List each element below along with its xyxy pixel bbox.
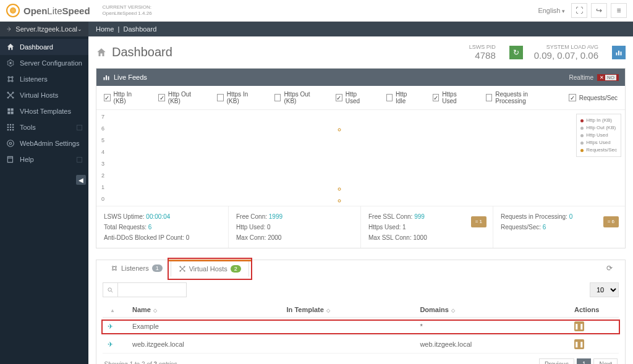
- sidebar: Dashboard Server Configuration Listeners…: [0, 36, 88, 364]
- brand: OpenLiteSpeed: [23, 6, 90, 16]
- page-next[interactable]: Next: [593, 358, 618, 364]
- stat-load: SYSTEM LOAD AVG 0.09, 0.07, 0.06: [534, 44, 598, 61]
- topbar: OpenLiteSpeed CURRENT VERSION: OpenLiteS…: [0, 0, 633, 22]
- svg-rect-10: [7, 108, 10, 111]
- svg-point-33: [113, 269, 114, 271]
- svg-rect-21: [10, 129, 11, 130]
- table-info: Showing 1 to 2 of 2 entries: [104, 361, 177, 364]
- svg-point-35: [182, 268, 183, 269]
- restart-icon[interactable]: ↻: [509, 46, 523, 59]
- menu-button[interactable]: ≡: [611, 3, 627, 18]
- cursor-icon: ✈: [108, 323, 113, 330]
- tab-listeners[interactable]: Listeners1: [103, 260, 171, 276]
- logout-button[interactable]: ↪: [591, 3, 607, 18]
- pause-button[interactable]: ❚❚: [574, 339, 584, 349]
- page-title: Dashboard: [96, 45, 172, 59]
- chart: 76543210 Http In (KB)Http Out (KB)Http U…: [96, 110, 625, 206]
- cursor-icon: ✈: [108, 341, 113, 348]
- svg-point-2: [12, 77, 13, 78]
- sidebar-item-server-config[interactable]: Server Configuration: [0, 55, 88, 71]
- svg-point-32: [116, 266, 117, 268]
- svg-point-40: [108, 287, 112, 291]
- chart-legend: Http In (KB)Http Out (KB)Http UsedHttps …: [576, 114, 621, 157]
- main-content: Dashboard LSWS PID 4788 ↻ SYSTEM LOAD AV…: [88, 36, 633, 364]
- svg-rect-29: [106, 75, 107, 80]
- live-feeds-panel: Live Feeds Realtime ✕NO ✓Http In (KB)✓Ht…: [96, 68, 626, 248]
- svg-rect-25: [616, 53, 618, 56]
- stats-req: Requests in Processing: 0 Requests/Sec: …: [493, 206, 625, 248]
- badge: = 6: [603, 216, 619, 227]
- series-toggle[interactable]: ✓Https Used: [433, 91, 469, 104]
- breadcrumb-home[interactable]: Home: [96, 25, 114, 33]
- sidebar-item-tools[interactable]: Tools: [0, 119, 88, 135]
- sidebar-item-listeners[interactable]: Listeners: [0, 71, 88, 87]
- language-selector[interactable]: English: [538, 7, 565, 14]
- version: CURRENT VERSION: OpenLiteSpeed 1.4.26: [103, 4, 152, 16]
- svg-rect-18: [10, 127, 11, 128]
- svg-rect-28: [104, 77, 105, 80]
- svg-rect-15: [10, 124, 11, 125]
- expand-icon: [77, 125, 82, 130]
- sidebar-item-virtual-hosts[interactable]: Virtual Hosts: [0, 87, 88, 103]
- series-toggle[interactable]: ✓Requests/Sec: [569, 91, 618, 104]
- page-prev[interactable]: Previous: [539, 358, 574, 364]
- stats-uptime: LSWS Uptime: 00:00:04 Total Requests: 6 …: [96, 206, 229, 248]
- series-toggle[interactable]: ✓Http In (KB): [104, 91, 141, 104]
- search-icon: [103, 283, 118, 297]
- vhosts-table: ▲ Name◇ In Template◇ Domains◇ Actions ✈E…: [103, 302, 619, 353]
- svg-rect-13: [11, 112, 14, 114]
- svg-rect-27: [621, 51, 622, 55]
- vhosts-panel: Listeners1 Virtual Hosts2 ⟳: [96, 260, 626, 364]
- svg-rect-22: [12, 129, 14, 130]
- svg-rect-30: [108, 77, 109, 80]
- stat-pid: LSWS PID 4788: [469, 44, 496, 61]
- sidebar-collapse-button[interactable]: ◀: [76, 175, 86, 185]
- svg-rect-11: [11, 108, 14, 111]
- svg-rect-19: [12, 127, 14, 128]
- stats-icon[interactable]: [612, 46, 626, 59]
- svg-point-4: [12, 80, 13, 82]
- sidebar-item-dashboard[interactable]: Dashboard: [0, 39, 88, 55]
- sidebar-item-help[interactable]: Help: [0, 151, 88, 167]
- breadcrumb-bar: Server.Itzgeek.Local⌄ Home | Dashboard: [0, 22, 633, 36]
- svg-rect-12: [7, 112, 10, 114]
- badge: = 1: [471, 216, 486, 227]
- pause-button[interactable]: ❚❚: [574, 321, 584, 331]
- table-row[interactable]: ✈web.itzgeek.localweb.itzgeek.local❚❚: [103, 336, 619, 353]
- breadcrumb: Home | Dashboard: [88, 25, 156, 33]
- panel-title: Live Feeds: [114, 74, 147, 81]
- series-toggle[interactable]: Requests in Processing: [486, 91, 551, 104]
- data-point: [338, 200, 341, 203]
- svg-point-0: [9, 62, 12, 64]
- svg-rect-14: [7, 124, 9, 125]
- svg-rect-26: [618, 51, 619, 56]
- stats-conn: Free Conn: 1999 Http Used: 0 Max Conn: 2…: [229, 206, 361, 248]
- refresh-button[interactable]: ⟳: [600, 260, 619, 276]
- svg-point-24: [7, 140, 14, 147]
- svg-point-1: [8, 77, 9, 78]
- fullscreen-button[interactable]: ⛶: [571, 3, 587, 18]
- tab-virtual-hosts[interactable]: Virtual Hosts2: [171, 261, 249, 277]
- page-size-select[interactable]: 10: [590, 282, 619, 297]
- svg-point-3: [8, 80, 9, 82]
- search-box: [103, 282, 187, 297]
- svg-point-5: [10, 95, 11, 96]
- series-toggle[interactable]: ✓Http Out (KB): [158, 91, 200, 104]
- realtime-toggle[interactable]: ✕NO: [597, 74, 619, 81]
- host-selector[interactable]: Server.Itzgeek.Local⌄: [0, 22, 88, 36]
- svg-point-34: [116, 269, 117, 271]
- series-toggle[interactable]: Http Idle: [386, 91, 415, 104]
- svg-rect-20: [7, 129, 9, 130]
- page-1[interactable]: 1: [577, 358, 592, 364]
- series-toggle[interactable]: Https In (KB): [217, 91, 257, 104]
- series-toggle[interactable]: ✓Http Used: [336, 91, 368, 104]
- table-row[interactable]: ✈Example*❚❚: [103, 318, 619, 336]
- chart-series-toggles: ✓Http In (KB)✓Http Out (KB)Https In (KB)…: [96, 86, 625, 110]
- data-point: [338, 187, 341, 190]
- sidebar-item-vhost-templates[interactable]: VHost Templates: [0, 103, 88, 119]
- series-toggle[interactable]: Https Out (KB): [274, 91, 318, 104]
- svg-rect-17: [7, 127, 9, 128]
- search-input[interactable]: [118, 283, 186, 297]
- expand-icon: [77, 157, 82, 163]
- sidebar-item-webadmin[interactable]: WebAdmin Settings: [0, 135, 88, 151]
